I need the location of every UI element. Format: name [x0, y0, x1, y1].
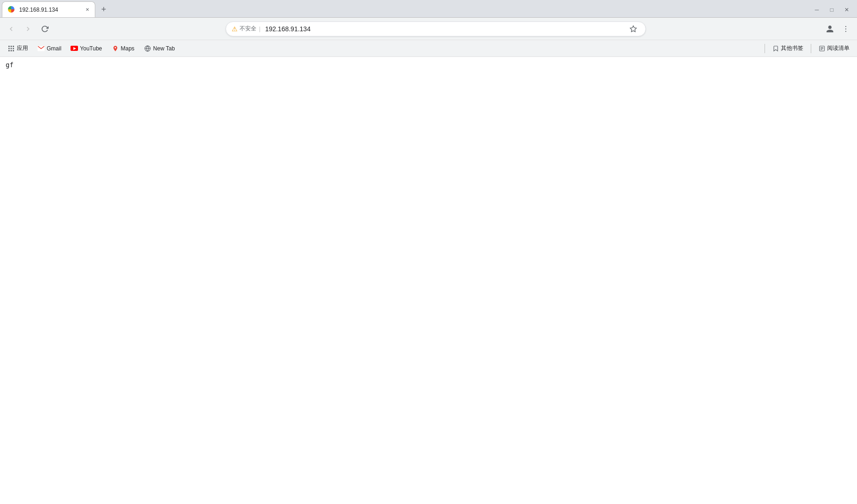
separator-pipe: | — [259, 26, 261, 32]
back-button[interactable] — [4, 21, 19, 36]
apps-icon — [7, 45, 15, 52]
bookmark-separator-2 — [811, 44, 811, 53]
close-button[interactable]: ✕ — [840, 3, 853, 16]
window-controls: ─ □ ✕ — [807, 3, 857, 16]
youtube-icon — [71, 45, 78, 52]
bookmark-maps[interactable]: Maps — [108, 43, 138, 54]
forward-button[interactable] — [21, 21, 35, 36]
bookmark-other[interactable]: 其他书签 — [769, 42, 807, 54]
svg-rect-9 — [13, 48, 14, 49]
page-content: gf — [0, 57, 857, 504]
svg-rect-6 — [13, 46, 14, 47]
bookmark-separator — [765, 44, 765, 53]
newtab-label: New Tab — [153, 45, 175, 52]
svg-point-1 — [845, 26, 846, 27]
address-bar-icons — [627, 22, 640, 35]
maps-icon — [112, 45, 119, 52]
svg-rect-8 — [11, 48, 12, 49]
toolbar-right — [822, 21, 853, 36]
bookmarks-bar: 应用 Gmail YouTube — [0, 40, 857, 57]
tab-bar: 192.168.91.134 ✕ + ─ □ ✕ — [0, 0, 857, 18]
new-tab-button[interactable]: + — [97, 3, 110, 16]
read-list-label: 阅读清单 — [827, 44, 850, 52]
bookmark-gmail[interactable]: Gmail — [34, 43, 65, 54]
bookmarks-right: 其他书签 阅读清单 — [763, 42, 853, 54]
svg-rect-4 — [8, 46, 10, 47]
minimize-button[interactable]: ─ — [810, 3, 823, 16]
menu-icon[interactable] — [838, 21, 853, 36]
gmail-label: Gmail — [47, 45, 61, 52]
page-text: gf — [6, 61, 14, 69]
bookmark-apps[interactable]: 应用 — [4, 42, 32, 54]
url-text: 192.168.91.134 — [265, 25, 623, 33]
tab-close-button[interactable]: ✕ — [84, 6, 91, 14]
bookmark-star-icon[interactable] — [627, 22, 640, 35]
address-bar[interactable]: ⚠ 不安全 | 192.168.91.134 — [226, 21, 646, 36]
apps-label: 应用 — [17, 44, 28, 52]
svg-rect-11 — [11, 50, 12, 51]
tab-favicon — [8, 6, 15, 14]
gmail-icon — [37, 45, 45, 52]
security-warning[interactable]: ⚠ 不安全 | — [232, 25, 262, 33]
newtab-icon — [144, 45, 151, 52]
refresh-button[interactable] — [37, 21, 52, 36]
svg-rect-5 — [11, 46, 12, 47]
warning-icon: ⚠ — [232, 25, 238, 33]
svg-rect-7 — [8, 48, 10, 49]
svg-point-13 — [114, 47, 116, 48]
svg-point-2 — [845, 28, 846, 29]
address-bar-area: ⚠ 不安全 | 192.168.91.134 — [0, 18, 857, 40]
chrome-window: 192.168.91.134 ✕ + ─ □ ✕ — [0, 0, 857, 504]
active-tab[interactable]: 192.168.91.134 ✕ — [2, 1, 95, 17]
maps-label: Maps — [121, 45, 135, 52]
other-bookmarks-label: 其他书签 — [781, 44, 803, 52]
profile-icon[interactable] — [822, 21, 837, 36]
tab-title: 192.168.91.134 — [19, 7, 80, 13]
bookmark-readlist[interactable]: 阅读清单 — [815, 42, 853, 54]
svg-marker-0 — [630, 26, 636, 32]
youtube-label: YouTube — [80, 45, 102, 52]
bookmark-youtube[interactable]: YouTube — [67, 43, 106, 54]
svg-point-3 — [845, 31, 846, 32]
bookmark-newtab[interactable]: New Tab — [140, 43, 178, 54]
svg-rect-12 — [13, 50, 14, 51]
maximize-button[interactable]: □ — [825, 3, 838, 16]
security-label: 不安全 — [240, 25, 256, 33]
svg-rect-10 — [8, 50, 10, 51]
